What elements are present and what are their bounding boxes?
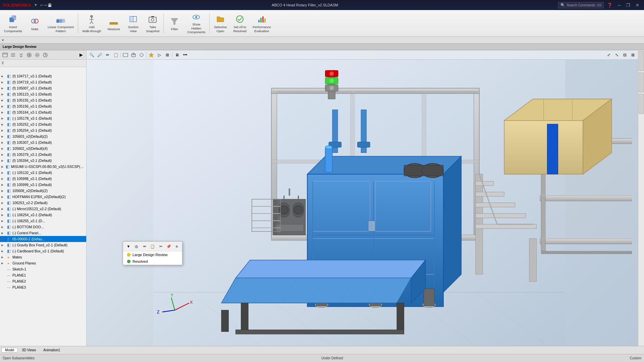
vp-split-v-icon[interactable]: ⊞: [629, 51, 637, 59]
tree-item[interactable]: ▶ ◧ (f) 105999_v2-1 (Default): [0, 182, 86, 188]
tree-item[interactable]: ▶ ◧ 105608_v2(Default)(2): [0, 188, 86, 194]
tree-item[interactable]: — PLANE1: [0, 272, 86, 278]
sidebar-btn-settings[interactable]: [34, 51, 41, 59]
viewport[interactable]: 🔍 🔎 ✏ 📋 ▷ ⊞ 🖥 ••• ⤢ ⤡: [87, 50, 638, 346]
right-panel-btn1[interactable]: [639, 51, 644, 71]
tree-item[interactable]: — PLANE2: [0, 278, 86, 284]
menu-arrow[interactable]: ▼: [34, 3, 38, 7]
vp-render-icon[interactable]: [138, 51, 145, 59]
measure-button[interactable]: Measure: [104, 11, 123, 36]
vp-more-icon[interactable]: •••: [181, 51, 189, 59]
tree-item[interactable]: ▶ ◧ (-) 105178_v2-1 (Default): [0, 115, 86, 121]
tree-item[interactable]: ▶ ◧ HOFFMAN E1PBX_v2(Default)(2): [0, 194, 86, 200]
sidebar-btn-tree[interactable]: [17, 51, 25, 59]
ctx-btn-scissors[interactable]: ✂: [157, 243, 164, 250]
ctx-btn-list[interactable]: ≡: [173, 243, 180, 250]
ctx-resolved[interactable]: Resolved: [123, 258, 182, 265]
insert-components-button[interactable]: InsertComponents: [1, 11, 25, 36]
linear-component-pattern-button[interactable]: Linear ComponentPattern: [45, 11, 76, 36]
vp-grid-icon[interactable]: ⊞: [164, 51, 171, 59]
tree-item[interactable]: ▶ ◧ (-) 106255_v2-1 (D...: [0, 218, 86, 224]
tree-item[interactable]: ▶ ◧ 05-09000-2 (Defau...: [0, 236, 86, 242]
section-view-button[interactable]: SectionView: [124, 11, 143, 36]
tree-item[interactable]: ▶ ◧ (-) 106254_v2-1 (Default): [0, 212, 86, 218]
tree-item[interactable]: [0, 67, 86, 73]
restore-button[interactable]: ❐: [624, 3, 632, 8]
vp-sep3: [172, 52, 172, 58]
tree-item[interactable]: ▶ ◧ (-) Gravity Box Feed_v2-1 (Default): [0, 242, 86, 248]
vp-light-icon[interactable]: [148, 51, 155, 59]
vp-copy-icon[interactable]: 📋: [112, 51, 119, 59]
tree-item[interactable]: ▶ ◧ (f) 105307_v2-1 (Default): [0, 139, 86, 145]
tree-item[interactable]: ▶ ◧ (f) 105252_v2-1 (Default): [0, 121, 86, 127]
tree-label: PLANE3: [12, 285, 26, 289]
tree-item[interactable]: ▶ ◧ (f) 105156_v2-1 (Default): [0, 103, 86, 109]
tab-3dviews[interactable]: 3D Views: [18, 348, 39, 352]
section-view-label: SectionView: [128, 25, 139, 33]
tree-item[interactable]: ▶ ◧ (-) Cardboard Box_v2-1 (Default): [0, 248, 86, 254]
mate-button[interactable]: Mate: [25, 11, 44, 36]
set-all-resolved-button[interactable]: Set All toResolved: [230, 11, 249, 36]
tree-item[interactable]: ▶ ◧ 105602_v2(Default)(4): [0, 145, 86, 152]
sidebar-btn-view[interactable]: [1, 51, 9, 59]
tree-item[interactable]: ▶ ◧ (f) 105164_v2-1 (Default): [0, 109, 86, 115]
tree-item[interactable]: ▶ ◧ (f) 105998_v2-1 (Default): [0, 176, 86, 182]
tree-item[interactable]: ▶ ◧ (f) 105254_v2-1 (Default): [0, 127, 86, 133]
tree-item[interactable]: ▶ ◧ (f) 104719_v2-1 (Default): [0, 79, 86, 85]
tree-item[interactable]: ▶ ◧ (f) 105394_v2-1 (Default): [0, 158, 86, 164]
tree-item[interactable]: — PLANE3: [0, 284, 86, 290]
ctx-btn-dropdown[interactable]: ▼: [125, 243, 132, 250]
tree-item[interactable]: ▶ ▸ Mates: [0, 254, 86, 260]
sidebar-btn-list[interactable]: [9, 51, 17, 59]
close-button[interactable]: ✕: [634, 3, 641, 8]
ctx-btn-copy[interactable]: 📋: [149, 243, 156, 250]
vp-play-icon[interactable]: ▷: [156, 51, 163, 59]
search-bar[interactable]: 🔍 Search Commands ⌨: [558, 2, 604, 8]
help-button[interactable]: ❓: [605, 3, 614, 8]
ctx-btn-pin[interactable]: 📌: [165, 243, 172, 250]
vp-maximize-icon[interactable]: ⤡: [613, 51, 621, 59]
vp-restore-icon[interactable]: ⤢: [605, 51, 612, 59]
tree-area[interactable]: ▶ ◧ (f) 104717_v2-1 (Default) ▶ ◧ (f) 10…: [0, 67, 86, 346]
tree-item[interactable]: ▶ ◧ (f) 104717_v2-1 (Default): [0, 73, 86, 79]
tree-item[interactable]: ▶ ◧ (f) 105007_v2-1 (Default): [0, 85, 86, 91]
vp-edit-icon[interactable]: ✏: [104, 51, 111, 59]
tree-item[interactable]: ▶ ▸ Ground Planes: [0, 260, 86, 266]
vp-display-icon[interactable]: [122, 51, 129, 59]
tree-item[interactable]: ▶ ◧ (f) 105123_v2-1 (Default): [0, 91, 86, 97]
selective-open-icon: [215, 14, 226, 24]
tree-item[interactable]: ▶ ◧ (-) Control Panel...: [0, 230, 86, 236]
filter-button[interactable]: Filter: [165, 11, 184, 36]
vp-split-h-icon[interactable]: ⊟: [621, 51, 629, 59]
tree-item[interactable]: ▶ ◧ (f) 105155_v2-1 (Default): [0, 97, 86, 103]
right-panel-btn3[interactable]: [639, 94, 644, 114]
right-panel-btn2[interactable]: [639, 72, 644, 93]
tree-item[interactable]: ▶ ◧ (f) 105379_v2-1 (Default): [0, 152, 86, 158]
tree-item[interactable]: — Sketch-1: [0, 266, 86, 272]
tree-item[interactable]: ▶ ◧ (-) Mirror105123_v2-2 (Default): [0, 206, 86, 212]
sidebar-btn-time[interactable]: [42, 51, 49, 59]
tree-item[interactable]: ▶ ◧ 106253_v2-2 (Default): [0, 200, 86, 206]
ctx-btn-edit[interactable]: ✏: [141, 243, 148, 250]
vp-cube-icon[interactable]: [130, 51, 137, 59]
sidebar-btn-expand[interactable]: ▶: [77, 51, 85, 59]
tree-item[interactable]: ▶ ◧ (-) BOTTOM DOO...: [0, 224, 86, 230]
performance-evaluation-button[interactable]: PerformanceEvaluation: [250, 11, 273, 36]
show-hidden-components-button[interactable]: ShowHiddenComponents: [184, 11, 208, 36]
tree-item[interactable]: ▶ ◧ (-) 105132_v2-1 (Default): [0, 170, 86, 176]
take-snapshot-button[interactable]: TakeSnapshot: [143, 11, 162, 36]
ctx-btn-circle[interactable]: ◎: [133, 243, 140, 250]
vp-zoom-icon[interactable]: 🔍: [88, 51, 95, 59]
ctx-large-design-review[interactable]: Large Design Review: [123, 251, 182, 258]
selective-open-button[interactable]: SelectiveOpen: [211, 11, 230, 36]
minimize-button[interactable]: ─: [616, 3, 623, 8]
tab-model[interactable]: Model: [1, 348, 18, 353]
sidebar-btn-plus[interactable]: [25, 51, 33, 59]
tree-item[interactable]: ▶ ◧ 105603_v2(Default)(2): [0, 133, 86, 139]
vp-zoom2-icon[interactable]: 🔎: [96, 51, 103, 59]
add-walkthrough-button[interactable]: AddWalk-through: [79, 11, 104, 36]
filter-label: Filter: [171, 27, 178, 31]
vp-monitor-icon[interactable]: 🖥: [173, 51, 181, 59]
tab-animation1[interactable]: Animation1: [40, 348, 63, 352]
tree-item[interactable]: ▶ ◧ MISUMI U-SSCSPI.00-B0.50_v2(U-SSCSP(…: [0, 164, 86, 170]
